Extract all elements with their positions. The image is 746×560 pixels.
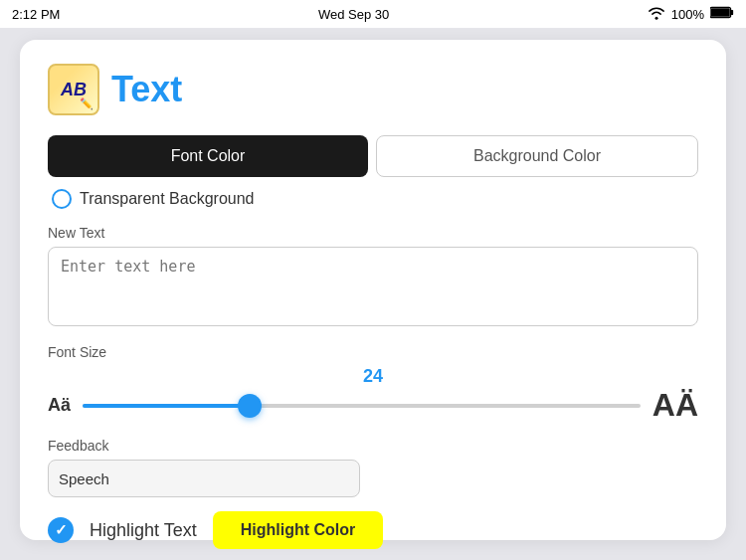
font-size-slider-container — [83, 392, 641, 420]
status-time: 2:12 PM — [12, 7, 60, 22]
highlight-row: Highlight Text Highlight Color — [48, 511, 698, 549]
transparent-label: Transparent Background — [80, 190, 255, 208]
transparent-radio[interactable] — [52, 189, 72, 209]
transparent-row: Transparent Background — [48, 189, 698, 209]
battery-icon — [710, 6, 734, 22]
font-color-tab[interactable]: Font Color — [48, 135, 368, 177]
status-day: Wed Sep 30 — [318, 7, 389, 22]
slider-row: Aä AÄ — [48, 387, 698, 424]
text-dialog: AB ✏️ Text Font Color Background Color T… — [20, 40, 726, 540]
status-bar: 2:12 PM Wed Sep 30 100% — [0, 0, 746, 28]
new-text-section: New Text — [48, 225, 698, 344]
aa-large-icon: AÄ — [653, 387, 698, 424]
font-size-section: Font Size 24 Aä AÄ — [48, 344, 698, 424]
app-icon: AB ✏️ — [48, 64, 99, 115]
feedback-section: Feedback Speech None Vibration — [48, 438, 698, 497]
svg-rect-2 — [731, 10, 734, 15]
highlight-color-button[interactable]: Highlight Color — [213, 511, 384, 549]
battery-label: 100% — [671, 7, 704, 22]
background-color-tab[interactable]: Background Color — [376, 135, 698, 177]
new-text-label: New Text — [48, 225, 698, 241]
feedback-label: Feedback — [48, 438, 698, 454]
highlight-checkbox[interactable] — [48, 517, 74, 543]
aa-small-icon: Aä — [48, 395, 71, 416]
new-text-input[interactable] — [48, 247, 698, 326]
dialog-header: AB ✏️ Text — [48, 64, 698, 115]
wifi-icon — [648, 6, 665, 23]
highlight-text-label: Highlight Text — [90, 520, 197, 541]
font-size-value: 24 — [48, 366, 698, 387]
dialog-title: Text — [111, 69, 182, 110]
feedback-select[interactable]: Speech None Vibration — [48, 460, 360, 497]
color-tabs: Font Color Background Color — [48, 135, 698, 177]
svg-rect-1 — [711, 8, 730, 17]
slider-thumb[interactable] — [238, 394, 262, 418]
font-size-label: Font Size — [48, 344, 698, 360]
